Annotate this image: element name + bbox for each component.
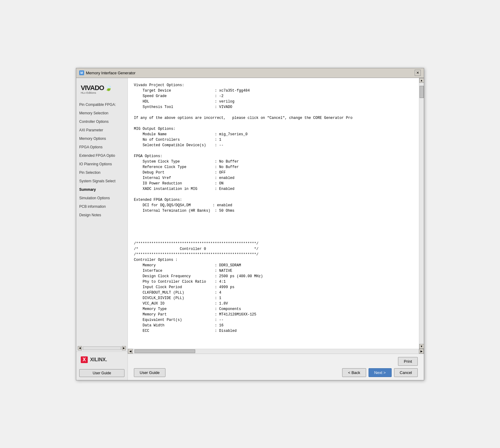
nav-buttons: < Back Next > Cancel: [342, 368, 418, 377]
print-button[interactable]: Print: [398, 357, 418, 366]
hscroll-thumb[interactable]: [134, 349, 195, 353]
scroll-up-button[interactable]: ▲: [419, 78, 424, 83]
footer: Print User Guide < Back Next > Cancel: [128, 354, 424, 380]
sidebar-logo: VIVADO 🍃 HLx Editions: [76, 81, 128, 100]
xilinx-x-icon: X: [81, 356, 88, 363]
print-row: Print: [134, 357, 418, 366]
vivado-subtitle: HLx Editions: [81, 91, 96, 94]
vivado-logo: VIVADO 🍃: [81, 84, 112, 92]
sidebar-item-memory-options[interactable]: Memory Options: [76, 134, 128, 143]
content-wrapper: Vivado Project Options: Target Device : …: [128, 78, 424, 349]
sidebar-hscroll: ◀ ▶: [76, 345, 128, 352]
sidebar-item-simulation-options[interactable]: Simulation Options: [76, 194, 128, 202]
next-button[interactable]: Next >: [369, 368, 392, 377]
sidebar-item-pcb-information[interactable]: PCB information: [76, 202, 128, 211]
sidebar-item-extended-fpga-options[interactable]: Extended FPGA Optio: [76, 151, 128, 160]
horizontal-scrollbar: ◀ ▶: [128, 349, 424, 354]
sidebar-item-system-signals-select[interactable]: System Signals Select: [76, 177, 128, 185]
sidebar-item-axi-parameter[interactable]: AXI Parameter: [76, 126, 128, 134]
sidebar-item-design-notes[interactable]: Design Notes: [76, 211, 128, 219]
button-row: User Guide < Back Next > Cancel: [134, 368, 418, 377]
scroll-track[interactable]: [419, 83, 424, 344]
title-bar-left: M Memory Interface Generator: [79, 70, 135, 75]
sidebar-item-io-planning-options[interactable]: IO Planning Options: [76, 160, 128, 168]
window-title: Memory Interface Generator: [86, 71, 135, 75]
sidebar-item-summary[interactable]: Summary: [76, 185, 128, 194]
sidebar-item-memory-selection[interactable]: Memory Selection: [76, 109, 128, 117]
sidebar-scroll-right[interactable]: ▶: [122, 346, 126, 350]
xilinx-logo: X XILINX.: [76, 352, 128, 368]
sidebar-bottom: ◀ ▶ X XILINX. User Guide: [76, 345, 128, 380]
sidebar-item-fpga-options[interactable]: FPGA Options: [76, 143, 128, 151]
scroll-down-button[interactable]: ▼: [419, 344, 424, 349]
main-content: VIVADO 🍃 HLx Editions Pin Compatible FPG…: [76, 78, 424, 380]
vivado-leaf-icon: 🍃: [105, 84, 112, 91]
vivado-brand: VIVADO: [81, 84, 104, 92]
sidebar-item-pin-selection[interactable]: Pin Selection: [76, 168, 128, 177]
app-icon: M: [79, 70, 84, 75]
hscroll-left-button[interactable]: ◀: [128, 349, 133, 354]
vertical-scrollbar: ▲ ▼: [419, 78, 424, 349]
close-button[interactable]: ✕: [415, 70, 421, 76]
hscroll-track[interactable]: [133, 349, 419, 353]
back-button[interactable]: < Back: [342, 368, 366, 377]
nav-items: Pin Compatible FPGA: Memory Selection Co…: [76, 100, 128, 219]
xilinx-text: XILINX.: [90, 357, 107, 362]
hscroll-right-button[interactable]: ▶: [419, 349, 424, 354]
cancel-button[interactable]: Cancel: [394, 368, 418, 377]
sidebar-item-controller-options[interactable]: Controller Options: [76, 117, 128, 126]
title-bar: M Memory Interface Generator ✕: [76, 68, 424, 78]
scroll-thumb[interactable]: [420, 86, 424, 98]
main-pane: Vivado Project Options: Target Device : …: [128, 78, 424, 380]
user-guide-button[interactable]: User Guide: [79, 369, 124, 377]
user-guide-footer-button[interactable]: User Guide: [134, 368, 165, 377]
summary-text[interactable]: Vivado Project Options: Target Device : …: [128, 78, 419, 349]
main-window: M Memory Interface Generator ✕ VIVADO 🍃 …: [76, 68, 424, 380]
sidebar-scroll-left[interactable]: ◀: [78, 346, 82, 350]
sidebar-item-pin-compatible-fpga[interactable]: Pin Compatible FPGA:: [76, 100, 128, 109]
sidebar: VIVADO 🍃 HLx Editions Pin Compatible FPG…: [76, 78, 128, 380]
sidebar-hscroll-track: [83, 346, 121, 350]
